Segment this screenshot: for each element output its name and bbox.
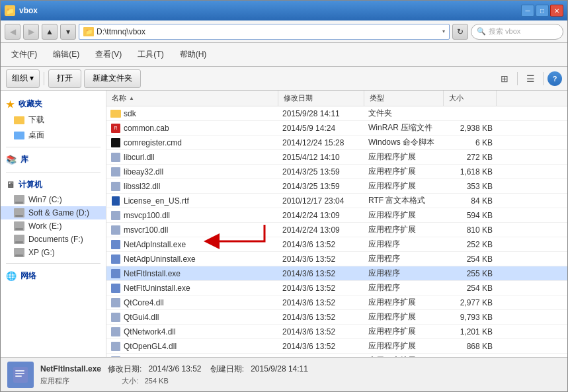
- new-folder-label: 新建文件夹: [93, 73, 132, 84]
- table-row[interactable]: R common.cab 2014/5/9 14:24 WinRAR 压缩文件 …: [106, 121, 567, 136]
- new-folder-button[interactable]: 新建文件夹: [84, 69, 141, 88]
- address-input[interactable]: 📁 D:\ttmnq\vbox ▾: [79, 24, 450, 40]
- sidebar-separator1: [6, 147, 101, 147]
- minimize-button[interactable]: ─: [521, 5, 534, 17]
- file-type-icon: R: [110, 123, 121, 134]
- computer-icon: 🖥: [6, 180, 15, 190]
- file-size-cell: 810 KB: [444, 223, 497, 237]
- menu-bar: 文件(F) 编辑(E) 查看(V) 工具(T) 帮助(H): [1, 43, 567, 67]
- file-type-cell: 应用程序扩展: [364, 208, 444, 222]
- file-type-icon: [110, 196, 121, 206]
- col-header-size[interactable]: 大小: [444, 91, 497, 106]
- table-row[interactable]: QtNetwork4.dll 2014/3/6 13:52 应用程序扩展 1,2…: [106, 325, 567, 339]
- file-name-cell: sdk: [106, 106, 278, 120]
- sidebar-item-win7[interactable]: Win7 (C:): [1, 193, 106, 206]
- table-row[interactable]: libeay32.dll 2014/3/25 13:59 应用程序扩展 1,61…: [106, 165, 567, 179]
- title-bar-left: 📁 vbox: [5, 5, 38, 16]
- recent-button[interactable]: ▾: [60, 24, 76, 40]
- menu-edit[interactable]: 编辑(E): [48, 47, 85, 62]
- sidebar-item-xp[interactable]: XP (G:): [1, 246, 106, 259]
- table-row[interactable]: License_en_US.rtf 2010/12/17 23:04 RTF 富…: [106, 194, 567, 208]
- address-bar: ◀ ▶ ▲ ▾ 📁 D:\ttmnq\vbox ▾ ↻ 🔍 搜索 vbox: [1, 20, 567, 43]
- file-type-icon: [110, 268, 121, 279]
- table-row[interactable]: QtOpenGL4.dll 2014/3/6 13:52 应用程序扩展 868 …: [106, 339, 567, 354]
- maximize-button[interactable]: □: [536, 5, 549, 17]
- sidebar-header-network[interactable]: 🌐 网络: [1, 268, 106, 284]
- col-header-name[interactable]: 名称 ▲: [106, 91, 278, 106]
- menu-file[interactable]: 文件(F): [6, 47, 42, 62]
- table-row[interactable]: NetAdpUninstall.exe 2014/3/6 13:52 应用程序 …: [106, 252, 567, 266]
- table-row[interactable]: NetFltInstall.exe 2014/3/6 13:52 应用程序 25…: [106, 266, 567, 281]
- table-row[interactable]: NetFltUninstall.exe 2014/3/6 13:52 应用程序 …: [106, 281, 567, 295]
- file-type-cell: WinRAR 压缩文件: [364, 121, 444, 135]
- table-row[interactable]: comregister.cmd 2014/12/24 15:28 Windows…: [106, 136, 567, 150]
- sidebar-header-computer[interactable]: 🖥 计算机: [1, 176, 106, 193]
- file-type-icon: [110, 167, 121, 177]
- status-info: NetFltInstall.exe 修改日期: 2014/3/6 13:52 创…: [40, 364, 308, 386]
- sidebar-item-desktop[interactable]: 桌面: [1, 128, 106, 143]
- file-type-cell: Windows 命令脚本: [364, 136, 444, 149]
- sidebar-item-documents[interactable]: Documents (F:): [1, 233, 106, 246]
- view-button[interactable]: ⊞: [496, 70, 513, 87]
- file-type-cell: 应用程序扩展: [364, 310, 444, 324]
- file-size-cell: 6 KB: [444, 136, 497, 149]
- library-label: 库: [20, 154, 28, 165]
- file-type-cell: 应用程序: [364, 266, 444, 280]
- network-icon: 🌐: [6, 271, 17, 281]
- file-size-cell: [444, 106, 497, 120]
- table-row[interactable]: QtGui4.dll 2014/3/6 13:52 应用程序扩展 9,793 K…: [106, 310, 567, 325]
- details-view-button[interactable]: ☰: [522, 70, 539, 87]
- file-type-icon: [110, 239, 121, 250]
- xp-label: XP (G:): [28, 248, 55, 257]
- table-row[interactable]: libssl32.dll 2014/3/25 13:59 应用程序扩展 353 …: [106, 179, 567, 194]
- open-button[interactable]: 打开: [48, 69, 81, 88]
- file-date-cell: 2014/3/6 13:52: [278, 252, 364, 266]
- file-type-icon: [110, 108, 121, 119]
- sidebar-item-softgame[interactable]: Soft & Game (D:): [1, 206, 106, 219]
- column-header: 名称 ▲ 修改日期 类型 大小: [106, 91, 567, 106]
- up-button[interactable]: ▲: [42, 24, 58, 40]
- address-dropdown-icon[interactable]: ▾: [442, 28, 445, 34]
- title-bar: 📁 vbox ─ □ ✕: [1, 1, 567, 20]
- win7-label: Win7 (C:): [28, 195, 62, 204]
- file-size-cell: 1,201 KB: [444, 325, 497, 338]
- table-row[interactable]: msvcr100.dll 2014/2/24 13:09 应用程序扩展 810 …: [106, 223, 567, 237]
- organize-label: 组织 ▾: [12, 73, 34, 84]
- file-type-icon: [110, 341, 121, 352]
- file-date-cell: 2014/12/24 15:28: [278, 136, 364, 149]
- organize-button[interactable]: 组织 ▾: [6, 69, 40, 88]
- download-folder-icon: [14, 116, 24, 124]
- file-size-cell: 252 KB: [444, 237, 497, 251]
- table-row[interactable]: sdk 2015/9/28 14:11 文件夹: [106, 106, 567, 121]
- sidebar-item-download[interactable]: 下载: [1, 112, 106, 128]
- table-row[interactable]: msvcp100.dll 2014/2/24 13:09 应用程序扩展 594 …: [106, 208, 567, 223]
- search-box[interactable]: 🔍 搜索 vbox: [471, 24, 563, 40]
- window: 📁 vbox ─ □ ✕ ◀ ▶ ▲ ▾ 📁 D:\ttmnq\vbox ▾ ↻…: [0, 0, 568, 392]
- file-type-icon: [110, 312, 121, 323]
- file-type-cell: 应用程序扩展: [364, 223, 444, 237]
- file-name-cell: NetFltUninstall.exe: [106, 281, 278, 295]
- sidebar-item-work[interactable]: Work (E:): [1, 219, 106, 233]
- col-header-type[interactable]: 类型: [364, 91, 444, 106]
- menu-help[interactable]: 帮助(H): [175, 47, 212, 62]
- col-header-date[interactable]: 修改日期: [278, 91, 364, 106]
- refresh-button[interactable]: ↻: [452, 24, 468, 40]
- address-folder-icon: 📁: [83, 27, 94, 36]
- table-row[interactable]: QtCore4.dll 2014/3/6 13:52 应用程序扩展 2,977 …: [106, 295, 567, 310]
- sidebar-section-favorites: ★ 收藏夹 下载 桌面: [1, 96, 106, 143]
- file-name-cell: comregister.cmd: [106, 136, 278, 149]
- menu-tools[interactable]: 工具(T): [132, 47, 169, 62]
- help-button[interactable]: ?: [548, 71, 562, 86]
- table-row[interactable]: NetAdpInstall.exe 2014/3/6 13:52 应用程序 25…: [106, 237, 567, 252]
- documents-drive-icon: [14, 235, 24, 244]
- sidebar-header-favorites[interactable]: ★ 收藏夹: [1, 96, 106, 112]
- forward-button[interactable]: ▶: [23, 24, 39, 40]
- file-type-cell: 应用程序: [364, 252, 444, 266]
- back-button[interactable]: ◀: [5, 24, 20, 40]
- toolbar: 组织 ▾ 打开 新建文件夹 ⊞ ☰ ?: [1, 67, 567, 91]
- table-row[interactable]: libcurl.dll 2015/4/12 14:10 应用程序扩展 272 K…: [106, 150, 567, 165]
- file-size-cell: 594 KB: [444, 208, 497, 222]
- menu-view[interactable]: 查看(V): [90, 47, 127, 62]
- sidebar-header-library[interactable]: 📚 库: [1, 151, 106, 168]
- close-button[interactable]: ✕: [550, 5, 563, 17]
